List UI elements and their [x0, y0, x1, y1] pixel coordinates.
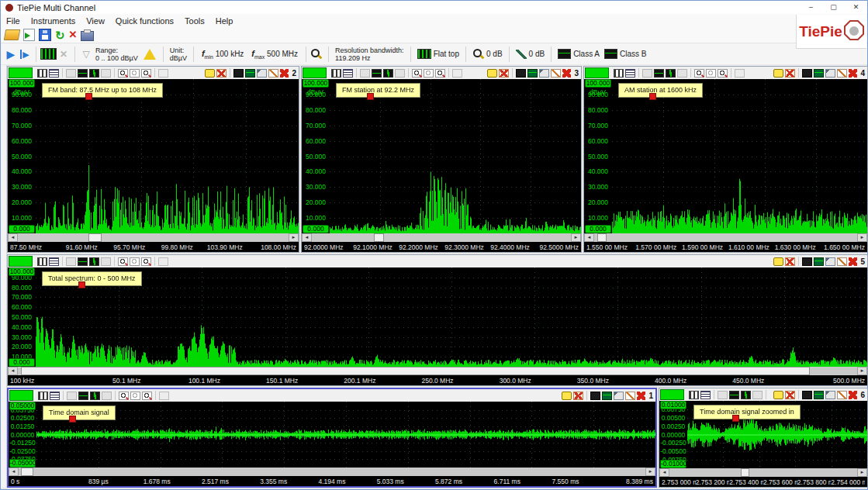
- waveform-mode-icon[interactable]: [383, 69, 393, 78]
- zoom-out-icon[interactable]: [424, 69, 434, 78]
- close-graph-icon[interactable]: [849, 257, 857, 266]
- display-mode-icon[interactable]: [654, 69, 664, 78]
- menu-instruments[interactable]: Instruments: [26, 16, 81, 26]
- h-scrollbar[interactable]: ◄►: [302, 233, 581, 242]
- screenshot-icon[interactable]: [802, 69, 812, 78]
- oscilloscope-icon[interactable]: [602, 392, 612, 400]
- graph-label[interactable]: Total spectrum: 0 - 500 MHz: [42, 271, 142, 286]
- waveform-mode-icon[interactable]: [89, 257, 99, 266]
- move-window-icon[interactable]: [825, 69, 835, 78]
- remove-marker-icon[interactable]: [216, 69, 227, 78]
- refresh-icon[interactable]: ↻: [55, 29, 65, 41]
- waveform-mode-icon[interactable]: [666, 69, 676, 78]
- scroll-thumb[interactable]: [374, 233, 384, 242]
- remove-marker-icon[interactable]: [499, 69, 509, 78]
- graph-label[interactable]: FM station at 92.2 MHz: [336, 83, 420, 98]
- settings-icon[interactable]: [49, 69, 59, 78]
- axes-toggle-icon[interactable]: [101, 257, 111, 266]
- oscilloscope-icon[interactable]: [814, 391, 824, 399]
- graph-layout-icon[interactable]: [614, 69, 624, 78]
- scroll-track[interactable]: [312, 233, 571, 242]
- lock-icon[interactable]: [158, 69, 168, 78]
- zoom-out-icon[interactable]: [130, 69, 140, 78]
- scroll-left-arrow[interactable]: ◄: [8, 233, 18, 242]
- scroll-thumb[interactable]: [88, 233, 102, 242]
- window-function-select[interactable]: Flat top: [417, 49, 459, 59]
- scroll-thumb[interactable]: [21, 468, 33, 476]
- edit-icon[interactable]: [625, 392, 635, 400]
- start-button[interactable]: ▶: [4, 49, 18, 60]
- grid-toggle-icon[interactable]: [67, 392, 77, 400]
- grid-toggle-icon[interactable]: [642, 69, 652, 78]
- scroll-left-arrow[interactable]: ◄: [584, 233, 594, 242]
- zoom-out-icon[interactable]: [130, 257, 140, 266]
- graph-label[interactable]: Time domain signal zoomed in: [693, 405, 801, 419]
- scroll-track[interactable]: [18, 233, 289, 242]
- scroll-right-arrow[interactable]: ►: [571, 233, 581, 242]
- remove-marker-icon[interactable]: [785, 69, 795, 78]
- screenshot-icon[interactable]: [233, 69, 244, 78]
- print-icon[interactable]: [81, 31, 94, 41]
- lock-icon[interactable]: [159, 392, 169, 400]
- plot-area[interactable]: Total spectrum: 0 - 500 MHz: [36, 267, 867, 367]
- remove-marker-icon[interactable]: [573, 392, 583, 400]
- gain-select[interactable]: 0 dB: [472, 48, 503, 60]
- oscilloscope-icon[interactable]: [245, 69, 255, 78]
- settings-icon[interactable]: [49, 257, 59, 266]
- oscilloscope-icon[interactable]: [527, 69, 538, 78]
- oscilloscope-icon[interactable]: [814, 257, 824, 266]
- plot-area[interactable]: AM station at 1600 kHz: [612, 79, 867, 233]
- scroll-right-arrow[interactable]: ►: [289, 233, 299, 242]
- zoom-in-icon[interactable]: [119, 392, 129, 400]
- zoom-out-icon[interactable]: [130, 392, 140, 400]
- scroll-left-arrow[interactable]: ◄: [8, 367, 18, 375]
- grid-toggle-icon[interactable]: [360, 69, 370, 78]
- label-icon[interactable]: [205, 69, 215, 78]
- display-mode-icon[interactable]: [78, 257, 88, 266]
- unit-display[interactable]: Unit: dBµV: [170, 47, 187, 62]
- scroll-thumb[interactable]: [597, 233, 606, 242]
- h-scrollbar[interactable]: ◄►: [659, 468, 867, 477]
- edit-icon[interactable]: [268, 69, 278, 78]
- graph-layout-icon[interactable]: [689, 391, 699, 399]
- h-scrollbar[interactable]: ◄►: [8, 233, 299, 242]
- range-display[interactable]: Range: 0 .. 100 dBµV: [95, 47, 138, 62]
- class-a-button[interactable]: Class A: [558, 49, 600, 59]
- close-graph-icon[interactable]: [280, 69, 289, 78]
- oscilloscope-icon[interactable]: [814, 69, 824, 78]
- plot-area[interactable]: FM band: 87.5 MHz up to 108 MHz: [36, 79, 299, 233]
- edit-icon[interactable]: [837, 257, 847, 266]
- scroll-right-arrow[interactable]: ►: [645, 468, 655, 476]
- graph-layout-icon[interactable]: [37, 69, 47, 78]
- move-window-icon[interactable]: [825, 391, 835, 399]
- fmax-display[interactable]: fmax 500 MHz: [251, 49, 298, 60]
- plot-area[interactable]: FM station at 92.2 MHz: [330, 79, 581, 233]
- maximize-button[interactable]: ▢: [822, 1, 845, 14]
- lock-icon[interactable]: [452, 69, 462, 78]
- h-scrollbar[interactable]: ◄►: [584, 233, 867, 242]
- remove-marker-icon[interactable]: [785, 257, 795, 266]
- menu-help[interactable]: Help: [210, 16, 239, 26]
- waveform-mode-icon[interactable]: [89, 69, 99, 78]
- menu-tools[interactable]: Tools: [179, 16, 210, 26]
- oneshot-button[interactable]: ▶: [18, 50, 32, 59]
- scroll-left-arrow[interactable]: ◄: [9, 468, 19, 476]
- edit-icon[interactable]: [837, 391, 847, 399]
- display-mode-icon[interactable]: [372, 69, 382, 78]
- grid-toggle-icon[interactable]: [718, 391, 728, 399]
- axes-toggle-icon[interactable]: [677, 69, 687, 78]
- settings-icon[interactable]: [343, 69, 353, 78]
- move-window-icon[interactable]: [614, 392, 624, 400]
- settings-icon[interactable]: [50, 392, 60, 400]
- screenshot-icon[interactable]: [802, 257, 812, 266]
- autorange-button[interactable]: ▽: [79, 49, 93, 60]
- display-mode-icon[interactable]: [78, 392, 88, 400]
- screenshot-icon[interactable]: [590, 392, 600, 400]
- display-mode-icon[interactable]: [729, 391, 739, 399]
- minimize-button[interactable]: –: [800, 1, 822, 14]
- remove-instrument-button[interactable]: ✕: [57, 49, 71, 60]
- probe-gain-select[interactable]: 0 dB: [516, 50, 545, 59]
- graph-label[interactable]: FM band: 87.5 MHz up to 108 MHz: [42, 83, 163, 98]
- zoom-undo-icon[interactable]: [142, 392, 152, 400]
- signal-canvas[interactable]: [36, 402, 655, 468]
